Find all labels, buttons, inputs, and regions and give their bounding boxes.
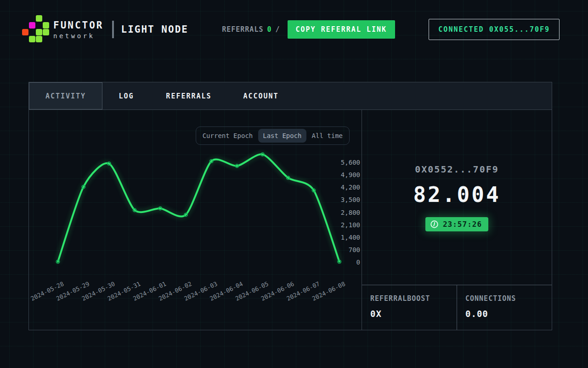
stat-referralboost: REFERRALBOOST0X	[362, 285, 457, 330]
referrals-counter: REFERRALS 0 /	[222, 25, 280, 34]
svg-text:4,900: 4,900	[341, 171, 360, 178]
account-summary: 0X0552...70F9 82.004 23:57:26	[362, 110, 552, 285]
functor-logo-icon	[22, 15, 51, 44]
stat-value: 0.00	[465, 309, 543, 319]
tab-referrals[interactable]: REFERRALS	[150, 82, 227, 109]
epoch-option-last-epoch[interactable]: Last Epoch	[258, 129, 306, 143]
svg-text:0: 0	[356, 259, 360, 266]
svg-text:3,500: 3,500	[341, 196, 360, 203]
activity-chart-panel: 07001,4002,1002,8003,5004,2004,9005,6002…	[29, 110, 362, 330]
tab-activity[interactable]: ACTIVITY	[29, 82, 102, 109]
logo-pixel	[43, 29, 49, 35]
brand-text: FUNCTOR network	[53, 20, 104, 40]
wallet-address: 0X0552...70F9	[415, 164, 499, 175]
stat-label: CONNECTIONS	[465, 294, 543, 303]
svg-text:2,100: 2,100	[341, 221, 360, 229]
svg-text:2,800: 2,800	[341, 209, 360, 216]
header: FUNCTOR network LIGHT NODE REFERRALS 0 /…	[22, 13, 560, 46]
clock-icon	[430, 220, 439, 229]
brand-name: FUNCTOR	[53, 20, 104, 31]
stat-connections: CONNECTIONS0.00	[457, 285, 552, 330]
tab-log[interactable]: LOG	[102, 82, 150, 109]
svg-text:4,200: 4,200	[341, 184, 360, 191]
epoch-timer: 23:57:26	[443, 220, 482, 229]
logo-pixel	[29, 36, 35, 42]
logo-pixel	[36, 29, 42, 35]
right-panel: 0X0552...70F9 82.004 23:57:26 REFERRALBO…	[362, 110, 552, 330]
svg-text:5,600: 5,600	[341, 159, 360, 166]
referrals-label: REFERRALS	[222, 25, 263, 34]
stat-value: 0X	[370, 309, 448, 319]
tab-account[interactable]: ACCOUNT	[227, 82, 294, 109]
referrals-count: 0	[267, 25, 271, 34]
page-title: LIGHT NODE	[121, 24, 188, 35]
logo-pixel	[43, 22, 49, 29]
referrals-separator: /	[276, 25, 280, 34]
logo-pixel	[29, 22, 35, 29]
header-divider	[112, 21, 114, 38]
tab-bar: ACTIVITYLOGREFERRALSACCOUNT	[29, 82, 552, 110]
svg-text:700: 700	[349, 246, 360, 253]
svg-text:1,400: 1,400	[341, 234, 360, 241]
epoch-option-current-epoch[interactable]: Current Epoch	[198, 129, 258, 143]
brand-subtitle: network	[53, 32, 104, 40]
epoch-selector: Current EpochLast EpochAll time	[196, 126, 350, 145]
stats-row: REFERRALBOOST0XCONNECTIONS0.00	[362, 285, 552, 330]
epoch-timer-badge: 23:57:26	[425, 217, 488, 231]
points-value: 82.004	[413, 182, 500, 207]
logo-pixel	[22, 29, 28, 35]
stat-label: REFERRALBOOST	[370, 294, 448, 303]
logo-pixel	[36, 15, 42, 22]
copy-referral-link-button[interactable]: COPY REFERRAL LINK	[288, 20, 396, 39]
connected-wallet-badge[interactable]: CONNECTED 0X055...70F9	[429, 19, 560, 40]
epoch-option-all-time[interactable]: All time	[307, 129, 347, 143]
main-panel: ACTIVITYLOGREFERRALSACCOUNT 07001,4002,1…	[28, 82, 552, 330]
logo-pixel	[36, 36, 42, 42]
